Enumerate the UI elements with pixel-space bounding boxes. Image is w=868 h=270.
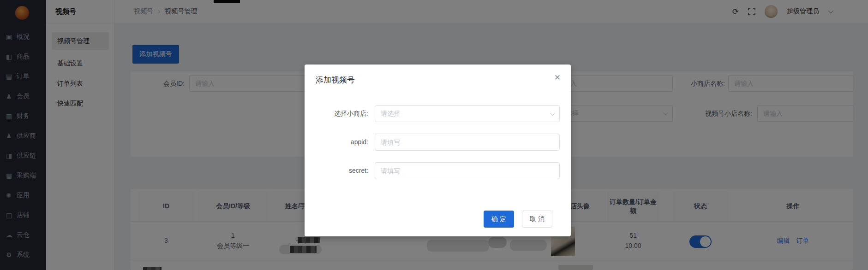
secret-field-wrap xyxy=(375,162,560,179)
confirm-button[interactable]: 确 定 xyxy=(484,211,514,228)
chevron-down-icon xyxy=(550,110,555,115)
appid-input[interactable] xyxy=(375,134,560,151)
secret-input[interactable] xyxy=(375,162,560,179)
app-root: ▣ 概况 ◧ 商品 ▤ 订单 ♟ 会员 ▥ 财务 ♟ 供应商 xyxy=(0,0,868,270)
close-icon[interactable]: ✕ xyxy=(554,73,561,82)
appid-label: appid: xyxy=(308,134,368,151)
select-shop-field: 请选择 xyxy=(375,105,560,122)
select-placeholder: 请选择 xyxy=(381,110,400,118)
cancel-button[interactable]: 取 消 xyxy=(522,211,552,228)
select-shop-label: 选择小商店: xyxy=(308,105,368,122)
dialog-title: 添加视频号 xyxy=(316,75,355,85)
secret-label: secret: xyxy=(308,162,368,179)
select-shop-dropdown[interactable]: 请选择 xyxy=(375,105,560,122)
appid-field-wrap xyxy=(375,134,560,151)
add-channel-dialog: 添加视频号 ✕ 选择小商店: 请选择 appid: secret: 确 定 取 … xyxy=(305,65,571,236)
